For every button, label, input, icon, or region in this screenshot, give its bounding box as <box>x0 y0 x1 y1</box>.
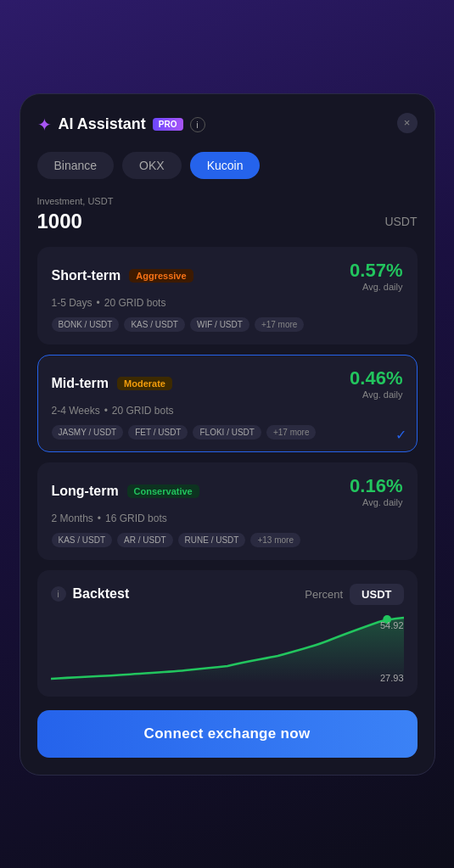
strategy-name-mid: Mid-term <box>52 376 109 391</box>
strategy-name-short: Short-term <box>52 268 121 283</box>
strategy-sub-short: 1-5 Days•20 GRID bots <box>52 297 403 309</box>
strategy-short-term[interactable]: Short-term Aggressive 0.57% Avg. daily 1… <box>37 247 418 344</box>
percent-mid: 0.46% <box>350 367 402 389</box>
info-icon[interactable]: i <box>190 117 205 132</box>
investment-value: 1000 <box>37 210 82 233</box>
tag-more-short: +17 more <box>255 317 305 332</box>
star-icon: ✦ <box>37 115 52 135</box>
strategy-long-term[interactable]: Long-term Conservative 0.16% Avg. daily … <box>37 462 418 560</box>
tag-bonk: BONK / USDT <box>52 317 120 332</box>
checkmark-icon: ✓ <box>395 427 406 443</box>
tags-long: KAS / USDT AR / USDT RUNE / USDT +13 mor… <box>52 533 403 547</box>
risk-badge-mid: Moderate <box>117 377 172 390</box>
exchange-tabs: Binance OKX Kucoin <box>37 152 418 179</box>
investment-section: Investment, USDT 1000 USDT <box>37 196 418 233</box>
strategy-sub-long: 2 Months•16 GRID bots <box>52 512 403 524</box>
avg-label-mid: Avg. daily <box>350 389 402 400</box>
percent-short: 0.57% <box>350 260 402 282</box>
investment-label: Investment, USDT <box>37 196 418 206</box>
tag-more-mid: +17 more <box>266 425 317 440</box>
pro-badge: PRO <box>153 118 183 131</box>
chart-value-high: 54.92 <box>380 620 404 630</box>
investment-currency: USDT <box>384 215 417 228</box>
tag-jasmy: JASMY / USDT <box>52 425 124 440</box>
main-card: ✦ AI Assistant PRO i × Binance OKX Kucoi… <box>20 93 435 776</box>
tag-ar: AR / USDT <box>117 533 172 547</box>
tag-wif: WIF / USDT <box>190 317 249 332</box>
backtest-usdt-button[interactable]: USDT <box>350 584 403 605</box>
tag-fet: FET / USDT <box>128 425 188 440</box>
chart-area: 54.92 27.93 <box>51 615 404 683</box>
backtest-percent-label: Percent <box>305 588 343 601</box>
tag-kas: KAS / USDT <box>124 317 185 332</box>
connect-exchange-button[interactable]: Connect exchange now <box>37 710 418 758</box>
tag-more-long: +13 more <box>250 533 300 547</box>
header: ✦ AI Assistant PRO i × <box>37 115 418 135</box>
chart-svg <box>51 615 404 683</box>
risk-badge-long: Conservative <box>127 484 199 498</box>
percent-long: 0.16% <box>350 475 402 497</box>
tab-kucoin[interactable]: Kucoin <box>190 152 261 179</box>
strategy-name-long: Long-term <box>52 484 119 499</box>
tag-floki: FLOKI / USDT <box>193 425 261 440</box>
backtest-section: i Backtest Percent USDT 54.92 <box>37 570 418 697</box>
chart-value-low: 27.93 <box>380 673 404 683</box>
close-button[interactable]: × <box>397 113 418 133</box>
tab-binance[interactable]: Binance <box>37 152 115 179</box>
tags-short: BONK / USDT KAS / USDT WIF / USDT +17 mo… <box>52 317 403 332</box>
backtest-title: Backtest <box>73 586 130 602</box>
strategy-sub-mid: 2-4 Weeks•20 GRID bots <box>52 405 403 417</box>
avg-label-short: Avg. daily <box>350 282 402 292</box>
app-title: AI Assistant <box>59 115 146 133</box>
tag-kas-long: KAS / USDT <box>52 533 113 547</box>
tab-okx[interactable]: OKX <box>122 152 182 179</box>
tag-rune: RUNE / USDT <box>178 533 246 547</box>
avg-label-long: Avg. daily <box>350 497 402 507</box>
risk-badge-short: Aggressive <box>129 269 193 283</box>
backtest-info-icon: i <box>51 586 66 602</box>
tags-mid: JASMY / USDT FET / USDT FLOKI / USDT +17… <box>52 425 403 440</box>
strategy-mid-term[interactable]: Mid-term Moderate 0.46% Avg. daily 2-4 W… <box>37 355 418 452</box>
